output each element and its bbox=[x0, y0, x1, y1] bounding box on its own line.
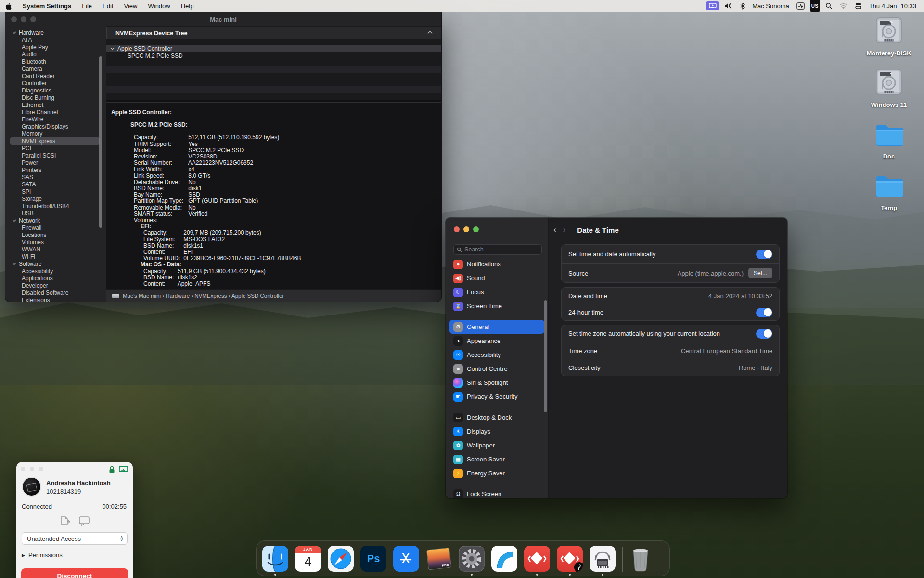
sidebar-tree-item[interactable]: Extensions bbox=[5, 296, 106, 302]
send-file-icon[interactable] bbox=[59, 516, 71, 526]
set-source-button[interactable]: Set... bbox=[748, 268, 772, 278]
sidebar-tree-item[interactable]: Disabled Software bbox=[5, 289, 106, 296]
minimize-button[interactable] bbox=[463, 226, 469, 232]
close-button[interactable] bbox=[11, 16, 17, 22]
spotlight-search-icon[interactable] bbox=[823, 0, 834, 12]
menu-view[interactable]: View bbox=[119, 0, 143, 12]
sidebar-tree-item[interactable]: Storage bbox=[5, 195, 106, 202]
close-button[interactable] bbox=[21, 467, 25, 471]
settings-sidebar-item[interactable]: Siri & Spotlight bbox=[449, 376, 544, 390]
menu-window[interactable]: Window bbox=[142, 0, 175, 12]
dock-system-settings[interactable] bbox=[459, 546, 485, 572]
dock-photoshop[interactable]: Ps bbox=[360, 546, 386, 572]
settings-sidebar-item[interactable]: ⌛ Screen Time bbox=[449, 299, 544, 313]
volume-icon[interactable] bbox=[722, 0, 735, 12]
sidebar-tree-item[interactable]: FireWire bbox=[5, 116, 106, 123]
sidebar-tree-item[interactable]: Ethernet bbox=[5, 101, 106, 108]
sidebar-tree-item[interactable]: Accessibility bbox=[5, 267, 106, 275]
menu-edit[interactable]: Edit bbox=[97, 0, 118, 12]
sidebar-tree-item[interactable]: SPI bbox=[5, 188, 106, 195]
dock-finder[interactable] bbox=[262, 546, 288, 572]
sidebar-tree-item[interactable]: Controller bbox=[5, 79, 106, 87]
dock-app-store[interactable] bbox=[393, 546, 419, 572]
dock-calendar[interactable]: JAN 4 bbox=[295, 546, 321, 572]
settings-sidebar-item[interactable]: Ω Lock Screen bbox=[449, 487, 544, 498]
apple-menu[interactable] bbox=[0, 0, 17, 12]
zoom-button[interactable] bbox=[473, 226, 479, 232]
remote-session-icon[interactable] bbox=[795, 0, 807, 12]
screen-sharing-icon[interactable] bbox=[706, 1, 719, 10]
forward-chevron-icon[interactable]: › bbox=[561, 225, 571, 235]
menu-clock[interactable]: Thu 4 Jan 10:33 bbox=[867, 0, 918, 12]
settings-sidebar-item[interactable]: ⚡ Energy Saver bbox=[449, 466, 544, 480]
collapse-chevron-up-icon[interactable] bbox=[427, 31, 433, 34]
set-time-automatically-toggle[interactable] bbox=[756, 250, 772, 259]
timezone-automatic-toggle[interactable] bbox=[756, 329, 772, 339]
chat-icon[interactable] bbox=[78, 516, 90, 526]
dock-archicad[interactable] bbox=[491, 546, 517, 572]
settings-sidebar-item[interactable]: ⚙ General bbox=[449, 320, 544, 334]
sidebar-tree-item[interactable]: Hardware bbox=[5, 29, 106, 36]
dock-safari[interactable] bbox=[328, 546, 354, 572]
sidebar-tree-item[interactable]: Graphics/Displays bbox=[5, 123, 106, 130]
tree-row-spcc-ssd[interactable]: SPCC M.2 PCIe SSD bbox=[106, 52, 441, 59]
stage-manager-icon[interactable] bbox=[853, 0, 864, 12]
desktop-icon[interactable]: Doc bbox=[862, 119, 915, 160]
sidebar-tree-item[interactable]: PCI bbox=[5, 144, 106, 152]
sidebar-tree-item[interactable]: NVMExpress bbox=[5, 137, 106, 144]
sidebar-tree-item[interactable]: Camera bbox=[5, 65, 106, 72]
settings-sidebar-item[interactable]: ☉ Accessibility bbox=[449, 348, 544, 362]
sidebar-tree-item[interactable]: ATA bbox=[5, 36, 106, 43]
settings-sidebar-item[interactable]: ☾ Focus bbox=[449, 285, 544, 299]
sidebar-tree-item[interactable]: Fibre Channel bbox=[5, 108, 106, 116]
sidebar-scrollbar[interactable] bbox=[99, 56, 102, 228]
permissions-expander[interactable]: ▶ Permissions bbox=[22, 552, 63, 559]
settings-search-field[interactable] bbox=[453, 244, 542, 255]
desktop-icon[interactable]: Monterey-DISK bbox=[862, 16, 915, 57]
menu-file[interactable]: File bbox=[77, 0, 97, 12]
settings-sidebar-item[interactable]: ● Notifications bbox=[449, 257, 544, 271]
sidebar-tree-item[interactable]: Bluetooth bbox=[5, 58, 106, 65]
sidebar-tree-item[interactable]: Software bbox=[5, 260, 106, 267]
close-button[interactable] bbox=[454, 226, 460, 232]
sidebar-tree-item[interactable]: Applications bbox=[5, 275, 106, 282]
settings-sidebar-item[interactable]: ☀ Displays bbox=[449, 424, 544, 438]
sidebar-tree-item[interactable]: SATA bbox=[5, 181, 106, 188]
sidebar-tree-item[interactable]: Audio bbox=[5, 51, 106, 58]
sidebar-tree-item[interactable]: SAS bbox=[5, 173, 106, 181]
sidebar-tree-item[interactable]: Parallel SCSI bbox=[5, 152, 106, 159]
sidebar-tree-item[interactable]: Diagnostics bbox=[5, 87, 106, 94]
wifi-icon[interactable] bbox=[837, 0, 849, 12]
settings-sidebar-item[interactable]: ☛ Privacy & Security bbox=[449, 390, 544, 404]
sidebar-tree-item[interactable]: Volumes bbox=[5, 238, 106, 246]
sidebar-tree-item[interactable]: Thunderbolt/USB4 bbox=[5, 202, 106, 210]
input-source-badge[interactable]: US bbox=[810, 0, 820, 12]
settings-sidebar-item[interactable]: ◑ Appearance bbox=[449, 334, 544, 348]
search-input[interactable] bbox=[464, 246, 532, 253]
dock-red-diamond-app[interactable] bbox=[524, 546, 550, 572]
desktop-icon[interactable]: Temp bbox=[862, 171, 915, 211]
24-hour-time-toggle[interactable] bbox=[756, 308, 772, 317]
dock-photo-pro-app[interactable]: PRO bbox=[426, 546, 452, 572]
settings-sidebar-item[interactable]: ▭ Desktop & Dock bbox=[449, 410, 544, 424]
dock-red-diamond-app-2[interactable] bbox=[557, 546, 583, 572]
sidebar-tree-item[interactable]: Wi-Fi bbox=[5, 253, 106, 260]
settings-sidebar-scrollbar[interactable] bbox=[544, 300, 547, 412]
settings-sidebar-item[interactable]: ◀) Sound bbox=[449, 271, 544, 285]
sidebar-tree-item[interactable]: Printers bbox=[5, 166, 106, 173]
sidebar-tree-item[interactable]: Network bbox=[5, 217, 106, 224]
menu-app-name[interactable]: System Settings bbox=[17, 0, 77, 12]
desktop-icon[interactable]: Windows 11 bbox=[862, 67, 915, 108]
zoom-button[interactable] bbox=[39, 467, 43, 471]
settings-sidebar-item[interactable]: ✿ Wallpaper bbox=[449, 438, 544, 452]
tree-row-apple-ssd-controller[interactable]: Apple SSD Controller bbox=[106, 45, 441, 52]
sidebar-tree-item[interactable]: Power bbox=[5, 159, 106, 166]
sidebar-tree-item[interactable]: USB bbox=[5, 210, 106, 217]
sidebar-tree-item[interactable]: Firewall bbox=[5, 224, 106, 231]
network-name-label[interactable]: Mac Sonoma bbox=[750, 0, 791, 12]
sidebar-tree-item[interactable]: WWAN bbox=[5, 246, 106, 253]
back-chevron-icon[interactable]: ‹ bbox=[549, 225, 561, 235]
sidebar-tree-item[interactable]: Card Reader bbox=[5, 72, 106, 79]
zoom-button[interactable] bbox=[30, 16, 36, 22]
settings-sidebar-item[interactable]: ▦ Screen Saver bbox=[449, 452, 544, 466]
